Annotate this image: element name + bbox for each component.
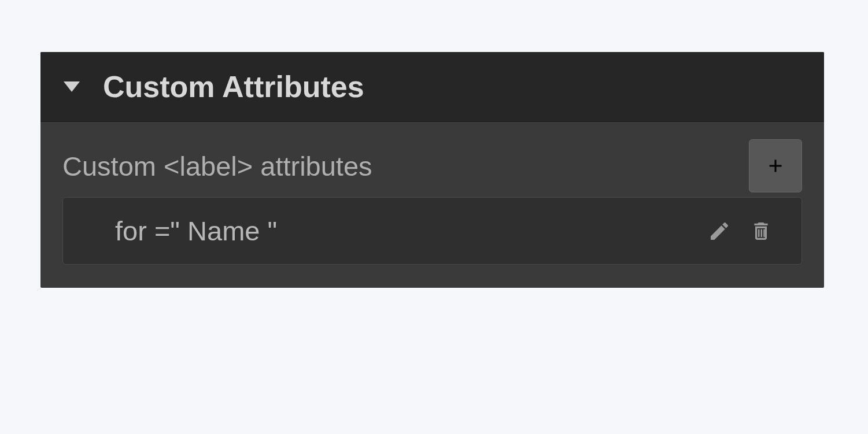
subheader-label: Custom <label> attributes [62, 150, 372, 182]
attribute-actions [708, 220, 773, 243]
attribute-display-text: for =" Name " [115, 215, 277, 247]
trash-icon [749, 220, 773, 243]
collapse-toggle-icon[interactable] [64, 81, 80, 92]
panel-title: Custom Attributes [103, 69, 364, 104]
pencil-icon [708, 220, 731, 243]
panel-header[interactable]: Custom Attributes [40, 52, 824, 122]
attribute-row[interactable]: for =" Name " [62, 197, 802, 265]
subheader-row: Custom <label> attributes [62, 139, 802, 192]
add-attribute-button[interactable] [749, 139, 802, 192]
plus-icon [765, 155, 786, 176]
custom-attributes-panel: Custom Attributes Custom <label> attribu… [40, 52, 824, 288]
delete-attribute-button[interactable] [749, 220, 773, 243]
edit-attribute-button[interactable] [708, 220, 731, 243]
panel-body: Custom <label> attributes for =" Name " [40, 122, 824, 288]
